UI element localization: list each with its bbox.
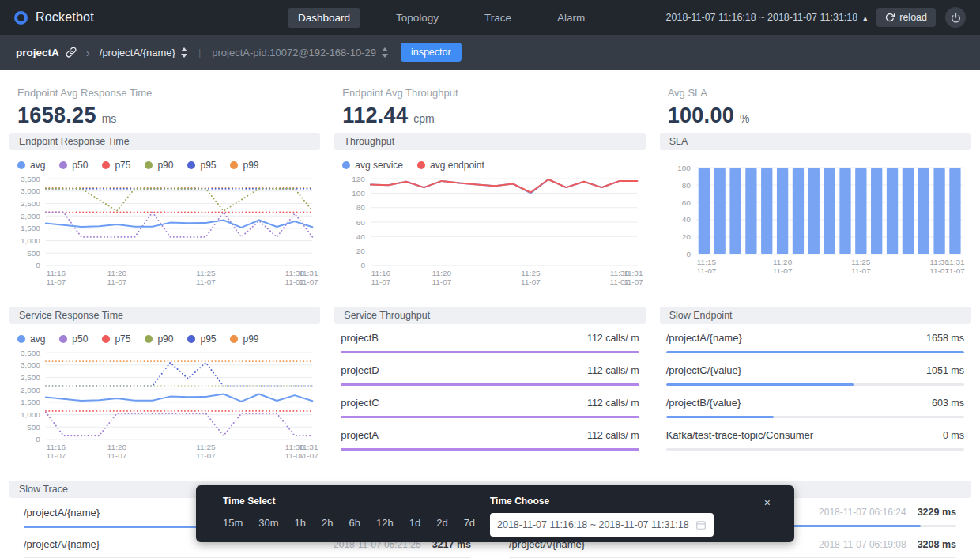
time-option-30m[interactable]: 30m: [258, 517, 278, 529]
progress-track: [341, 448, 639, 451]
svg-text:11:31: 11:31: [624, 269, 644, 277]
time-option-7d[interactable]: 7d: [464, 517, 475, 529]
top-navbar: Rocketbot Dashboard Topology Trace Alarm…: [0, 0, 980, 35]
sla-chart: 02040608010011:1511-0711:2011-0711:2511-…: [660, 161, 971, 281]
legend-item[interactable]: avg: [17, 160, 45, 171]
legend-item[interactable]: p99: [230, 160, 258, 171]
brand[interactable]: Rocketbot: [14, 10, 288, 25]
close-icon[interactable]: ×: [764, 496, 771, 509]
svg-text:11:20: 11:20: [432, 269, 452, 277]
list-item[interactable]: /projectA/{name}1658 ms: [666, 324, 964, 356]
tab-dashboard[interactable]: Dashboard: [288, 8, 360, 28]
legend-item[interactable]: avg endpoint: [417, 160, 484, 171]
legend-item[interactable]: p95: [187, 334, 216, 345]
endpoint-select[interactable]: /projectA/{name}: [100, 47, 187, 58]
power-button[interactable]: [945, 7, 966, 28]
power-icon: [951, 13, 961, 23]
panel-title: Endpoint Response Time: [9, 133, 320, 150]
service-value: 112 calls/ m: [587, 365, 639, 376]
list-item[interactable]: Kafka/test-trace-topic/Consumer0 ms: [666, 421, 964, 454]
legend-item[interactable]: p50: [59, 160, 88, 171]
slow-endpoint-list: /projectA/{name}1658 ms /projectC/{value…: [660, 324, 971, 454]
instance-select-value: projectA-pid:10072@192-168-10-29: [212, 47, 376, 58]
svg-text:2,500: 2,500: [21, 199, 40, 208]
legend-item[interactable]: p95: [187, 160, 216, 171]
tab-trace[interactable]: Trace: [474, 8, 522, 28]
time-option-1d[interactable]: 1d: [409, 517, 420, 529]
chart-legend: avg serviceavg endpoint: [342, 160, 642, 171]
endpoint-value: 0 ms: [943, 430, 964, 441]
time-range-toggle[interactable]: 2018-11-07 11:16:18 ~ 2018-11-07 11:31:1…: [666, 12, 868, 23]
time-option-15m[interactable]: 15m: [223, 517, 243, 529]
link-icon[interactable]: [66, 47, 77, 58]
endpoint_rt-svg: 05001,0001,5002,0002,5003,0003,50011:161…: [9, 172, 320, 289]
metric-unit: ms: [102, 112, 117, 125]
time-option-6h[interactable]: 6h: [349, 517, 360, 529]
endpoint-name: /projectA/{name}: [666, 332, 742, 344]
legend-item[interactable]: p75: [102, 160, 130, 171]
service-name: projectA: [341, 429, 379, 441]
legend-item[interactable]: p50: [59, 334, 88, 345]
endpoint-name: /projectC/{value}: [666, 364, 741, 376]
metric-label: Endpoint Avg Response Time: [17, 87, 320, 99]
trace-date: 2018-11-07 06:16:24: [819, 507, 906, 518]
legend-dot-icon: [17, 161, 25, 169]
legend-item[interactable]: p75: [102, 334, 130, 345]
list-item[interactable]: projectD112 calls/ m: [341, 356, 639, 389]
svg-text:0: 0: [36, 435, 40, 443]
list-item[interactable]: /projectC/{value}1051 ms: [666, 356, 964, 389]
progress-fill: [666, 416, 774, 418]
svg-text:80: 80: [681, 181, 691, 190]
time-range-input-value: 2018-11-07 11:16:18 ~ 2018-11-07 11:31:1…: [497, 519, 689, 530]
svg-text:11-07: 11-07: [432, 277, 452, 286]
legend-item[interactable]: avg service: [342, 160, 403, 171]
tab-topology[interactable]: Topology: [386, 8, 449, 28]
list-item[interactable]: projectB112 calls/ m: [341, 324, 639, 356]
time-range-input[interactable]: 2018-11-07 11:16:18 ~ 2018-11-07 11:31:1…: [490, 513, 714, 537]
legend-item[interactable]: p90: [145, 334, 173, 345]
list-item[interactable]: projectC112 calls/ m: [341, 389, 639, 421]
svg-text:11-07: 11-07: [521, 277, 541, 286]
service-name: projectB: [341, 332, 379, 344]
legend-label: p99: [243, 334, 258, 345]
svg-text:11-07: 11-07: [299, 451, 318, 460]
time-choose-section: Time Choose 2018-11-07 11:16:18 ~ 2018-1…: [490, 496, 714, 542]
list-item[interactable]: /projectB/{value}603 ms: [666, 389, 964, 421]
time-option-2h[interactable]: 2h: [322, 517, 333, 529]
legend-dot-icon: [145, 335, 153, 343]
time-option-1h[interactable]: 1h: [295, 517, 306, 529]
svg-text:11:25: 11:25: [196, 269, 216, 277]
legend-item[interactable]: avg: [17, 334, 45, 345]
metric-unit: %: [740, 112, 749, 125]
time-option-12h[interactable]: 12h: [376, 517, 394, 529]
endpoint-response-time-chart: 05001,0001,5002,0002,5003,0003,50011:161…: [9, 172, 320, 292]
svg-text:100: 100: [352, 189, 366, 198]
instance-select[interactable]: projectA-pid:10072@192-168-10-29: [212, 47, 388, 58]
list-item[interactable]: projectA112 calls/ m: [341, 421, 639, 454]
inspector-button[interactable]: inspector: [401, 43, 462, 62]
tab-alarm[interactable]: Alarm: [547, 8, 595, 28]
dashboard-page: Rocketbot Dashboard Topology Trace Alarm…: [0, 0, 980, 558]
metric-label: Avg SLA: [668, 87, 971, 99]
svg-text:100: 100: [677, 164, 691, 172]
svg-text:11-07: 11-07: [772, 266, 792, 275]
sla-svg: 02040608010011:1511-0711:2011-0711:2511-…: [660, 161, 971, 278]
svg-text:120: 120: [352, 175, 366, 183]
svg-text:500: 500: [27, 423, 40, 432]
service-name[interactable]: projectA: [16, 47, 59, 58]
metric-value: 112.44: [342, 104, 408, 128]
svg-text:3,500: 3,500: [21, 175, 40, 183]
metric-label: Endpoint Avg Throughput: [342, 87, 645, 99]
legend-item[interactable]: p99: [230, 334, 258, 345]
progress-track: [341, 351, 639, 353]
reload-button[interactable]: reload: [876, 8, 936, 27]
metric-avg-sla: Avg SLA 100.00 %: [660, 87, 971, 128]
svg-text:1,500: 1,500: [21, 224, 40, 232]
trace-duration: 3229 ms: [918, 507, 956, 518]
progress-track: [666, 351, 964, 353]
time-option-2d[interactable]: 2d: [436, 517, 447, 529]
panel-title: Throughput: [334, 133, 645, 150]
throughput-svg: 02040608010012011:1611-0711:2011-0711:25…: [334, 172, 645, 289]
svg-text:11:25: 11:25: [522, 269, 541, 277]
legend-item[interactable]: p90: [145, 160, 173, 171]
